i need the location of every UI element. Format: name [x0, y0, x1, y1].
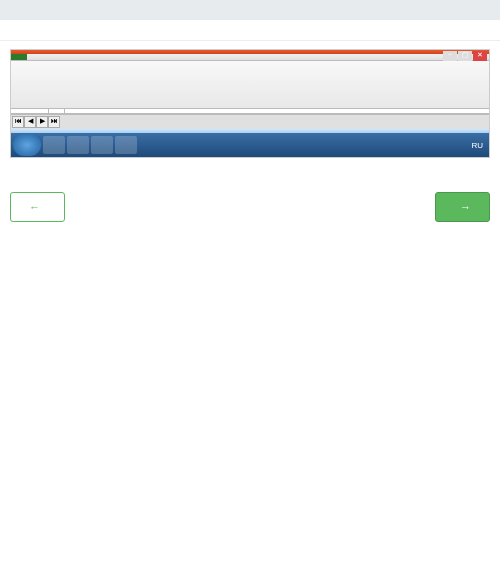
- start-button[interactable]: [13, 134, 41, 156]
- name-box[interactable]: [11, 109, 49, 113]
- task-text: [0, 20, 500, 41]
- taskbar-app-icon[interactable]: [43, 136, 65, 154]
- tray-lang[interactable]: RU: [471, 141, 483, 150]
- formula-input[interactable]: [65, 109, 489, 113]
- taskbar-app-icon[interactable]: [67, 136, 89, 154]
- answer-options: [0, 166, 500, 182]
- minimize-icon[interactable]: −: [443, 51, 457, 61]
- maximize-icon[interactable]: ▢: [458, 51, 472, 61]
- back-button[interactable]: ←: [10, 192, 65, 222]
- taskbar-app-icon[interactable]: [91, 136, 113, 154]
- sheet-nav-last-icon[interactable]: ⏭: [48, 116, 60, 128]
- section-header: [0, 0, 500, 20]
- ribbon-tabs: [11, 54, 489, 61]
- ribbon: [11, 61, 489, 109]
- system-tray: RU: [471, 141, 487, 150]
- file-tab[interactable]: [11, 54, 27, 60]
- taskbar-app-icon[interactable]: [115, 136, 137, 154]
- excel-screenshot: − ▢ ✕ ⏮ ◀ ▶ ⏭: [10, 49, 490, 158]
- arrow-right-icon: →: [460, 201, 471, 213]
- fx-button[interactable]: [49, 109, 65, 113]
- close-icon[interactable]: ✕: [473, 51, 487, 61]
- window-title-bar: − ▢ ✕: [11, 50, 489, 54]
- sheet-nav-prev-icon[interactable]: ◀: [24, 116, 36, 128]
- sheet-nav-next-icon[interactable]: ▶: [36, 116, 48, 128]
- sheet-nav-first-icon[interactable]: ⏮: [12, 116, 24, 128]
- sheet-tabs: ⏮ ◀ ▶ ⏭: [11, 114, 489, 129]
- forward-button[interactable]: →: [435, 192, 490, 222]
- arrow-left-icon: ←: [29, 201, 40, 213]
- nav-footer: ← →: [0, 182, 500, 232]
- window-controls: − ▢ ✕: [443, 51, 487, 61]
- windows-taskbar: RU: [11, 133, 489, 157]
